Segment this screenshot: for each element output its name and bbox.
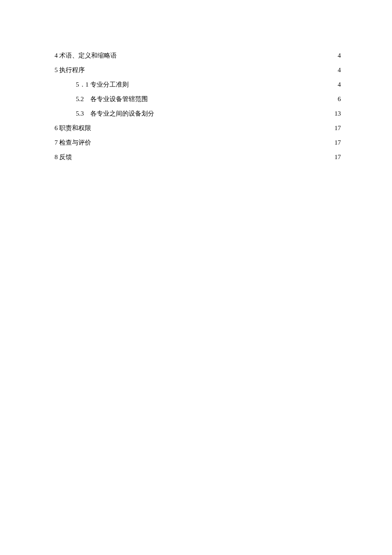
toc-entry: 5.2 各专业设备管辖范围 6 [55,94,341,104]
toc-entry: 5．1 专业分工准则 4 [55,79,341,90]
toc-page: 17 [334,152,341,162]
toc-entry: 8 反馈 17 [55,152,341,162]
toc-entry: 6 职责和权限 17 [55,123,341,133]
toc-entry: 5 执行程序 4 [55,65,341,75]
toc-page: 17 [334,123,341,133]
toc-label: 6 职责和权限 [55,123,91,133]
toc-page: 6 [338,94,341,104]
toc-label: 5．1 专业分工准则 [76,79,129,90]
toc-label: 8 反馈 [55,152,72,162]
toc-page: 4 [338,50,341,61]
toc-label: 7 检查与评价 [55,137,91,148]
toc-page: 4 [338,79,341,90]
toc-label: 5 执行程序 [55,65,85,75]
toc-entry: 4 术语、定义和缩略语 4 [55,50,341,61]
toc-page: 4 [338,65,341,75]
toc-entry: 5.3 各专业之间的设备划分 13 [55,108,341,119]
toc-label: 5.3 各专业之间的设备划分 [76,108,154,119]
table-of-contents: 4 术语、定义和缩略语 4 5 执行程序 4 5．1 专业分工准则 4 5.2 … [55,50,341,162]
toc-entry: 7 检查与评价 17 [55,137,341,148]
toc-label: 5.2 各专业设备管辖范围 [76,94,148,104]
toc-page: 17 [334,137,341,148]
toc-label: 4 术语、定义和缩略语 [55,50,117,61]
toc-page: 13 [334,108,341,119]
